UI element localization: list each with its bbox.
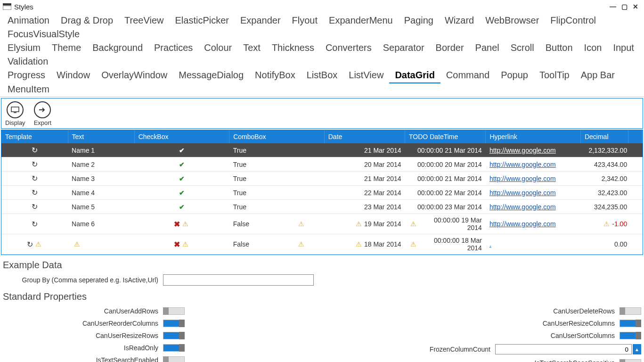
toggle[interactable] bbox=[620, 359, 641, 362]
tab-wizard[interactable]: Wizard bbox=[439, 14, 480, 28]
tab-background[interactable]: Background bbox=[87, 41, 148, 55]
header-decimal[interactable]: Decimal bbox=[580, 130, 628, 143]
tab-validation[interactable]: Validation bbox=[2, 55, 54, 69]
tab-text[interactable]: Text bbox=[237, 41, 266, 55]
tab-icon[interactable]: Icon bbox=[579, 41, 608, 55]
toggle[interactable] bbox=[620, 332, 641, 339]
table-row[interactable]: ↻⚠ ⚠✖ ⚠False ⚠⚠ 18 Mar 2014⚠ 00:00:00 18… bbox=[1, 234, 643, 255]
toggle[interactable] bbox=[163, 344, 185, 352]
header-hyperlink[interactable]: Hyperlink bbox=[486, 130, 581, 143]
tab-listbox[interactable]: ListBox bbox=[301, 69, 343, 83]
tab-separator[interactable]: Separator bbox=[377, 41, 430, 55]
cell-date: 19 Mar 2014 bbox=[364, 220, 401, 228]
table-row[interactable]: ↻Name 1✔True21 Mar 201400:00:00 21 Mar 2… bbox=[1, 143, 643, 157]
toggle[interactable] bbox=[620, 307, 641, 315]
tab-flyout[interactable]: Flyout bbox=[286, 14, 323, 28]
tab-tooltip[interactable]: ToolTip bbox=[534, 69, 575, 83]
table-row[interactable]: ↻Name 2✔True20 Mar 201400:00:00 20 Mar 2… bbox=[1, 157, 643, 172]
spinner-up[interactable]: ▲ bbox=[633, 344, 641, 354]
tab-elasticpicker[interactable]: ElasticPicker bbox=[169, 14, 234, 28]
cell-hyperlink[interactable]: http://www.google.com bbox=[489, 161, 556, 168]
tab-listview[interactable]: ListView bbox=[343, 69, 389, 83]
tab-border[interactable]: Border bbox=[430, 41, 470, 55]
cell-decimal: 32,423.00 bbox=[598, 189, 627, 197]
maximize-button[interactable]: ▢ bbox=[619, 2, 630, 11]
tab-input[interactable]: Input bbox=[607, 41, 639, 55]
tab-expandermenu[interactable]: ExpanderMenu bbox=[323, 14, 399, 28]
tab-animation[interactable]: Animation bbox=[2, 14, 55, 28]
refresh-icon[interactable]: ↻ bbox=[32, 160, 38, 169]
tab-paging[interactable]: Paging bbox=[399, 14, 439, 28]
tab-popup[interactable]: Popup bbox=[495, 69, 534, 83]
cell-datetime: 00:00:00 23 Mar 2014 bbox=[417, 203, 482, 211]
tab-datagrid[interactable]: DataGrid bbox=[389, 69, 440, 83]
toggle[interactable] bbox=[163, 332, 185, 339]
tab-elysium[interactable]: Elysium bbox=[2, 41, 46, 55]
tab-command[interactable]: Command bbox=[440, 69, 495, 83]
display-button[interactable]: Display bbox=[5, 101, 25, 126]
tab-webbrowser[interactable]: WebBrowser bbox=[480, 14, 545, 28]
tab-practices[interactable]: Practices bbox=[148, 41, 198, 55]
tab-messagedialog[interactable]: MessageDialog bbox=[173, 69, 249, 83]
header-checkbox[interactable]: CheckBox bbox=[134, 130, 229, 143]
export-button[interactable]: Export bbox=[34, 101, 52, 126]
table-row[interactable]: ↻Name 5✔True23 Mar 201400:00:00 23 Mar 2… bbox=[1, 200, 643, 214]
tab-thickness[interactable]: Thickness bbox=[266, 41, 320, 55]
tab-flipcontrol[interactable]: FlipControl bbox=[545, 14, 602, 28]
refresh-icon[interactable]: ↻ bbox=[32, 202, 38, 211]
cell-hyperlink[interactable]: http://www.google.com bbox=[489, 203, 556, 211]
cell-hyperlink[interactable]: http://www.google.com bbox=[489, 189, 556, 197]
tab-progress[interactable]: Progress bbox=[2, 69, 51, 83]
table-row[interactable]: ↻Name 3✔True21 Mar 201400:00:00 21 Mar 2… bbox=[1, 172, 643, 186]
cell-hyperlink[interactable]: http://www.google.com bbox=[489, 220, 556, 228]
refresh-icon[interactable]: ↻ bbox=[32, 220, 38, 229]
table-row[interactable]: ↻Name 6✖ ⚠False ⚠⚠ 19 Mar 2014⚠ 00:00:00… bbox=[1, 214, 643, 234]
minimize-button[interactable]: — bbox=[607, 2, 619, 11]
toggle[interactable] bbox=[163, 307, 185, 315]
datagrid[interactable]: Template Text CheckBox ComboBox Date TOD… bbox=[1, 130, 643, 255]
header-text[interactable]: Text bbox=[68, 130, 134, 143]
groupby-input[interactable] bbox=[163, 274, 314, 286]
cell-combo: True bbox=[233, 175, 246, 182]
tab-drag-drop[interactable]: Drag & Drop bbox=[55, 14, 119, 28]
cell-combo: True bbox=[233, 161, 246, 168]
cell-hyperlink[interactable]: . bbox=[489, 240, 491, 248]
cell-datetime: 00:00:00 22 Mar 2014 bbox=[417, 189, 482, 197]
tab-colour[interactable]: Colour bbox=[198, 41, 237, 55]
refresh-icon[interactable]: ↻ bbox=[32, 188, 38, 197]
header-combo[interactable]: ComboBox bbox=[229, 130, 325, 143]
refresh-icon[interactable]: ↻ bbox=[27, 240, 33, 249]
tab-overlaywindow[interactable]: OverlayWindow bbox=[96, 69, 173, 83]
cell-date: 22 Mar 2014 bbox=[364, 189, 401, 197]
cell-hyperlink[interactable]: http://www.google.com bbox=[489, 147, 556, 154]
tab-notifybox[interactable]: NotifyBox bbox=[249, 69, 301, 83]
number-input[interactable] bbox=[495, 344, 632, 354]
tab-theme[interactable]: Theme bbox=[46, 41, 87, 55]
tab-expander[interactable]: Expander bbox=[235, 14, 286, 28]
toggle[interactable] bbox=[163, 356, 185, 362]
tab-button[interactable]: Button bbox=[540, 41, 579, 55]
header-date[interactable]: Date bbox=[324, 130, 405, 143]
tab-window[interactable]: Window bbox=[51, 69, 96, 83]
tab-scroll[interactable]: Scroll bbox=[505, 41, 540, 55]
cell-hyperlink[interactable]: http://www.google.com bbox=[489, 175, 556, 182]
header-datetime[interactable]: TODO DateTime bbox=[405, 130, 486, 143]
check-icon: ✔ bbox=[179, 175, 185, 182]
close-button[interactable]: ✕ bbox=[630, 2, 641, 11]
refresh-icon[interactable]: ↻ bbox=[32, 174, 38, 183]
tab-focusvisualstyle[interactable]: FocusVisualStyle bbox=[2, 28, 85, 41]
tab-menuitem[interactable]: MenuItem bbox=[2, 83, 55, 97]
prop-label: IsTextSearchCaseSensitive bbox=[325, 359, 620, 362]
tab-app-bar[interactable]: App Bar bbox=[575, 69, 620, 83]
table-row[interactable]: ↻Name 4✔True22 Mar 201400:00:00 22 Mar 2… bbox=[1, 186, 643, 200]
tab-converters[interactable]: Converters bbox=[320, 41, 377, 55]
toggle[interactable] bbox=[163, 320, 185, 327]
toggle[interactable] bbox=[620, 320, 641, 327]
refresh-icon[interactable]: ↻ bbox=[32, 146, 38, 155]
tab-treeview[interactable]: TreeView bbox=[119, 14, 169, 28]
cell-decimal: -1.00 bbox=[612, 220, 627, 228]
header-template[interactable]: Template bbox=[1, 130, 68, 143]
tab-panel[interactable]: Panel bbox=[470, 41, 505, 55]
header-row[interactable]: Template Text CheckBox ComboBox Date TOD… bbox=[1, 130, 643, 143]
cell-text: Name 6 bbox=[72, 220, 95, 228]
